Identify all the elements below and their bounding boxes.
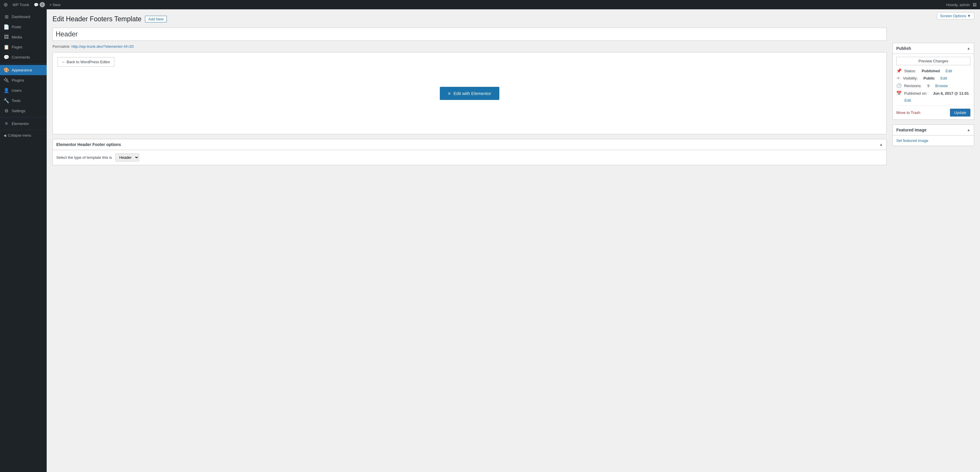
sidebar-item-label: Users <box>12 88 22 93</box>
collapse-menu-button[interactable]: ◀ Collapse menu <box>0 131 47 140</box>
sidebar-item-label: Elementor <box>12 122 29 126</box>
sidebar-item-label: Comments <box>12 55 30 59</box>
sidebar-item-label: Media <box>12 35 22 40</box>
editor-area: ← Back to WordPress Editor ≡ Edit with E… <box>52 52 887 134</box>
edit-with-elementor-button[interactable]: ≡ Edit with Elementor <box>440 87 500 100</box>
options-box-title: Elementor Header Footer options <box>56 142 121 147</box>
howdy-text: Howdy, admin <box>946 3 970 7</box>
sidebar-item-label: Settings <box>12 109 25 113</box>
post-title-input[interactable] <box>56 30 883 38</box>
published-on-value: Jun 6, 2017 @ 11:01 <box>933 91 969 95</box>
update-button[interactable]: Update <box>950 109 970 117</box>
visibility-row: 👁 Visibility: Public Edit <box>896 76 970 81</box>
publish-collapse-icon[interactable]: ▲ <box>967 46 970 51</box>
users-icon: 👤 <box>3 88 10 93</box>
featured-image-header: Featured Image ▲ <box>893 125 974 135</box>
sidebar-item-comments[interactable]: 💬 Comments <box>0 52 47 62</box>
revisions-label: Revisions: <box>904 84 922 88</box>
published-on-edit-link[interactable]: Edit <box>904 98 911 103</box>
permalink-label: Permalink: <box>52 44 70 49</box>
sidebar-divider-2 <box>0 117 47 117</box>
status-row: 📌 Status: Published Edit <box>896 68 970 73</box>
revisions-icon: 🕐 <box>896 83 902 88</box>
sidebar-item-elementor[interactable]: ≡ Elementor <box>0 119 47 128</box>
featured-image-meta-box: Featured Image ▲ Set featured image <box>892 124 974 146</box>
editor-area-inner: ← Back to WordPress Editor ≡ Edit with E… <box>53 52 886 134</box>
set-featured-image-link[interactable]: Set featured image <box>896 138 928 143</box>
sidebar-item-users[interactable]: 👤 Users <box>0 86 47 95</box>
sidebar-item-label: Tools <box>12 98 21 103</box>
publish-box-header: Publish ▲ <box>893 43 974 54</box>
main-content: Screen Options ▼ Edit Header Footers Tem… <box>47 10 980 472</box>
sidebar-divider-3 <box>0 130 47 130</box>
visibility-icon: 👁 <box>896 76 900 81</box>
dashboard-icon: ⊞ <box>3 14 10 19</box>
featured-image-collapse-icon[interactable]: ▲ <box>967 128 970 132</box>
options-box-header: Elementor Header Footer options ▲ <box>53 139 886 150</box>
publish-box-body: Preview Changes 📌 Status: Published Edit… <box>893 54 974 119</box>
move-to-trash-link[interactable]: Move to Trash <box>896 111 920 115</box>
published-on-row: 📅 Published on: Jun 6, 2017 @ 11:01 <box>896 90 970 96</box>
elementor-btn-label: Edit with Elementor <box>453 91 491 96</box>
calendar-icon: 📅 <box>896 90 902 96</box>
sidebar-divider <box>0 63 47 64</box>
add-new-button[interactable]: Add New <box>145 16 167 22</box>
publish-actions: Move to Trash Update <box>896 106 970 117</box>
back-btn-container: ← Back to WordPress Editor <box>57 57 115 67</box>
screen-options-button[interactable]: Screen Options ▼ <box>937 12 974 19</box>
sidebar-item-appearance[interactable]: 🎨 Appearance <box>0 65 47 75</box>
collapse-arrow-icon: ◀ <box>3 133 6 138</box>
sidebar-item-label: Posts <box>12 25 21 29</box>
options-box-body: Select the type of template this is Head… <box>53 150 886 165</box>
collapse-label: Collapse menu <box>8 133 31 138</box>
site-name[interactable]: WP Trunk <box>13 3 29 7</box>
template-type-label: Select the type of template this is <box>56 155 112 160</box>
sidebar-item-label: Pages <box>12 45 22 49</box>
comment-icon: 💬 <box>34 3 38 7</box>
published-on-label: Published on: <box>904 91 927 95</box>
main-left: Permalink: http://wp-trunk.dev/?elemento… <box>52 28 887 170</box>
template-type-select[interactable]: Header Footer <box>116 154 139 162</box>
sidebar-item-pages[interactable]: 📋 Pages <box>0 42 47 52</box>
preview-changes-button[interactable]: Preview Changes <box>896 57 970 65</box>
post-title-wrap <box>52 28 887 41</box>
visibility-edit-link[interactable]: Edit <box>940 76 947 81</box>
comment-count: 0 <box>40 2 45 7</box>
featured-image-title: Featured Image <box>896 128 926 132</box>
comments-link[interactable]: 💬 0 <box>34 2 45 7</box>
permalink-url[interactable]: http://wp-trunk.dev/?elementor-hf=20 <box>72 44 134 49</box>
tools-icon: 🔧 <box>3 98 10 103</box>
revisions-value: 9 <box>928 84 929 88</box>
publish-meta-box: Publish ▲ Preview Changes 📌 Status: Publ… <box>892 43 974 120</box>
revisions-row: 🕐 Revisions: 9 Browse <box>896 83 970 88</box>
comments-icon: 💬 <box>3 54 10 60</box>
new-content-link[interactable]: + New <box>49 3 60 7</box>
publish-box-title: Publish <box>896 46 911 51</box>
sidebar-item-plugins[interactable]: 🔌 Plugins <box>0 75 47 86</box>
wp-logo-icon[interactable]: ⊛ <box>3 2 8 8</box>
sidebar-item-posts[interactable]: 📄 Posts <box>0 22 47 32</box>
sidebar-item-media[interactable]: 🖼 Media <box>0 32 47 42</box>
options-box-collapse-icon[interactable]: ▲ <box>880 143 883 147</box>
revisions-browse-link[interactable]: Browse <box>935 84 948 88</box>
pages-icon: 📋 <box>3 44 10 50</box>
settings-icon: ⚙ <box>3 108 10 114</box>
sidebar-item-tools[interactable]: 🔧 Tools <box>0 95 47 106</box>
visibility-label: Visibility: <box>903 76 918 81</box>
admin-bar: ⊛ WP Trunk 💬 0 + New Howdy, admin 🖼 <box>0 0 980 10</box>
elementor-icon: ≡ <box>3 121 10 126</box>
appearance-icon: 🎨 <box>3 67 10 73</box>
status-icon: 📌 <box>896 68 902 73</box>
page-header: Edit Header Footers Template Add New <box>52 15 974 23</box>
permalink-bar: Permalink: http://wp-trunk.dev/?elemento… <box>52 44 887 49</box>
page-title: Edit Header Footers Template <box>52 15 142 23</box>
sidebar-item-settings[interactable]: ⚙ Settings <box>0 106 47 116</box>
admin-avatar[interactable]: 🖼 <box>973 3 977 7</box>
sidebar-item-dashboard[interactable]: ⊞ Dashboard <box>0 12 47 22</box>
back-to-wp-button[interactable]: ← Back to WordPress Editor <box>57 57 115 67</box>
plugins-icon: 🔌 <box>3 78 10 83</box>
screen-options-bar: Screen Options ▼ <box>937 12 974 19</box>
elementor-btn-icon: ≡ <box>448 91 450 96</box>
sidebar-item-label: Plugins <box>12 78 24 82</box>
status-edit-link[interactable]: Edit <box>946 69 952 73</box>
